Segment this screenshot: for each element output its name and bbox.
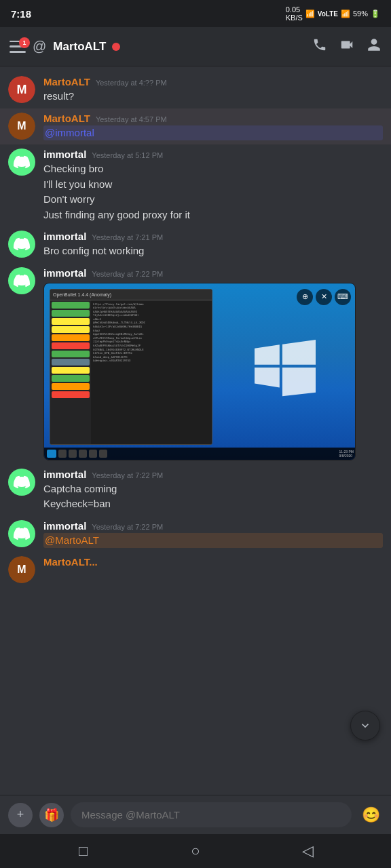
- message-author-marto: MartoALT: [43, 113, 90, 124]
- discord-logo-icon-5: [14, 526, 30, 542]
- message-content-immortal-2: immortal Yesterday at 7:21 PM Bro config…: [43, 231, 383, 259]
- volte-icon: VoLTE: [318, 10, 338, 18]
- message-content-marto-2: MartoALT...: [43, 556, 383, 569]
- nav-square-button[interactable]: □: [73, 840, 94, 862]
- input-bar: + 🎁 😊: [0, 795, 391, 834]
- channel-title: MartoALT: [53, 40, 305, 54]
- app-sidebar: [50, 300, 91, 444]
- message-content-immortal-3: immortal Yesterday at 7:22 PM: [43, 267, 383, 460]
- message-author-marto-2: MartoALT...: [43, 556, 98, 568]
- square-icon: □: [79, 842, 88, 860]
- video-call-button[interactable]: [339, 37, 354, 56]
- gift-button[interactable]: 🎁: [39, 803, 64, 827]
- app-text-content: https://Proxy.target.com/#/home director…: [93, 302, 210, 363]
- message-text-immortal-4: Captcha coming Keycheck=ban: [43, 481, 383, 512]
- message-time-immortal-4: Yesterday at 7:22 PM: [92, 471, 163, 479]
- message-text-immortal-2: Bro config not working: [43, 243, 383, 259]
- status-icons: 0.05KB/S 📶 VoLTE 📶 59% 🔋: [286, 5, 380, 22]
- taskbar-start: [47, 450, 56, 458]
- message-text-immortal-5: @MartoALT: [43, 533, 383, 549]
- avatar-immortal-1: [8, 149, 35, 176]
- scroll-down-button[interactable]: [350, 711, 380, 741]
- nav-home-button[interactable]: ○: [185, 840, 206, 862]
- message-author-immortal-2: immortal: [43, 231, 86, 242]
- nav-back-button[interactable]: ◁: [297, 840, 318, 862]
- message-group-immortal-1: immortal Yesterday at 5:12 PM Checking b…: [0, 144, 391, 226]
- avatar-marto: M: [8, 113, 35, 140]
- taskbar-icon-2: [69, 450, 77, 458]
- emoji-button[interactable]: 😊: [358, 803, 383, 827]
- avatar-immortal-3: [8, 267, 35, 294]
- message-header-immortal-3: immortal Yesterday at 7:22 PM: [43, 267, 383, 279]
- app-body: https://Proxy.target.com/#/home director…: [50, 300, 212, 444]
- avatar-marto-2: M: [8, 556, 35, 583]
- messages-wrapper: M MartoALT Yesterday at 4:?? PM result? …: [0, 66, 391, 795]
- message-input[interactable]: [71, 802, 352, 827]
- keyboard-icon: ⌨: [335, 289, 351, 305]
- message-author-immortal-1: immortal: [43, 149, 86, 160]
- message-time-immortal-3: Yesterday at 7:22 PM: [92, 270, 163, 278]
- message-content-partial: MartoALT Yesterday at 4:?? PM result?: [43, 76, 383, 104]
- chat-header: 1 @ MartoALT: [0, 27, 391, 66]
- message-time-immortal-2: Yesterday at 7:21 PM: [92, 233, 163, 241]
- notification-badge: 1: [19, 37, 30, 48]
- settings-icon: ✕: [316, 289, 332, 305]
- message-time-immortal-5: Yesterday at 7:22 PM: [92, 523, 163, 531]
- discord-logo-icon-2: [14, 236, 30, 252]
- message-group-immortal-4: immortal Yesterday at 7:22 PM Captcha co…: [0, 465, 391, 516]
- windows-logo: [255, 340, 316, 403]
- data-speed: 0.05KB/S: [286, 5, 303, 22]
- emoji-icon: 😊: [362, 806, 380, 824]
- battery-icon: 59%: [353, 9, 368, 18]
- profile-button[interactable]: [367, 37, 381, 56]
- taskbar-icon-5: [99, 450, 107, 458]
- app-main-panel: https://Proxy.target.com/#/home director…: [91, 300, 212, 444]
- signal-icon: 📶: [341, 9, 350, 18]
- zoom-icon: ⊕: [297, 289, 313, 305]
- message-header-immortal-4: immortal Yesterday at 7:22 PM: [43, 469, 383, 480]
- add-button[interactable]: +: [8, 803, 33, 827]
- plus-icon: +: [17, 808, 24, 822]
- message-header-marto-2: MartoALT...: [43, 556, 383, 568]
- discord-logo-icon-3: [14, 273, 30, 289]
- message-header-marto: MartoALT Yesterday at 4:57 PM: [43, 113, 383, 124]
- avatar-immortal-2: [8, 231, 35, 258]
- message-header-partial: MartoALT Yesterday at 4:?? PM: [43, 76, 383, 87]
- message-group-partial: M MartoALT Yesterday at 4:?? PM result?: [0, 72, 391, 108]
- at-symbol: @: [33, 39, 46, 54]
- home-circle-icon: ○: [191, 842, 200, 860]
- message-group-immortal-2: immortal Yesterday at 7:21 PM Bro config…: [0, 226, 391, 263]
- battery-indicator: 🔋: [371, 9, 380, 18]
- message-time-marto: Yesterday at 4:57 PM: [96, 115, 167, 123]
- menu-button[interactable]: 1: [10, 41, 26, 53]
- taskbar: 11:23 PM9/8/2020: [44, 448, 356, 460]
- voice-call-button[interactable]: [312, 37, 327, 56]
- mention-martoalt: @MartoALT: [43, 533, 383, 549]
- messages-area[interactable]: M MartoALT Yesterday at 4:?? PM result? …: [0, 66, 391, 795]
- message-text-immortal-1: Checking bro I'll let you know Don't wor…: [43, 161, 383, 222]
- chevron-down-icon: [358, 719, 372, 732]
- message-header-immortal-5: immortal Yesterday at 7:22 PM: [43, 520, 383, 532]
- taskbar-icon-3: [79, 450, 87, 458]
- message-content-marto: MartoALT Yesterday at 4:57 PM @immortal: [43, 113, 383, 141]
- screenshot-embed[interactable]: OpenBullet 1.4.4 (Anomaly): [43, 283, 356, 460]
- message-content-immortal-1: immortal Yesterday at 5:12 PM Checking b…: [43, 149, 383, 222]
- message-group-immortal-3: immortal Yesterday at 7:22 PM: [0, 263, 391, 465]
- overlay-controls: ⊕ ✕ ⌨: [297, 289, 351, 305]
- message-author-immortal-3: immortal: [43, 267, 86, 279]
- nav-bar: □ ○ ◁: [0, 834, 391, 868]
- message-text-marto: @immortal: [43, 125, 383, 141]
- discord-logo-icon: [14, 154, 30, 170]
- avatar-immortal-4: [8, 469, 35, 496]
- message-author-immortal-5: immortal: [43, 520, 86, 532]
- message-content-immortal-4: immortal Yesterday at 7:22 PM Captcha co…: [43, 469, 383, 512]
- status-time: 7:18: [11, 8, 31, 20]
- message-time-immortal-1: Yesterday at 5:12 PM: [92, 151, 163, 159]
- message-header-immortal-1: immortal Yesterday at 5:12 PM: [43, 149, 383, 160]
- header-actions: [312, 37, 381, 56]
- message-group-marto-mention: M MartoALT Yesterday at 4:57 PM @immorta…: [0, 108, 391, 145]
- discord-logo-icon-4: [14, 474, 30, 490]
- mention-immortal: @immortal: [43, 125, 383, 141]
- message-group-marto-2: M MartoALT...: [0, 552, 391, 587]
- message-text-partial: result?: [43, 89, 383, 104]
